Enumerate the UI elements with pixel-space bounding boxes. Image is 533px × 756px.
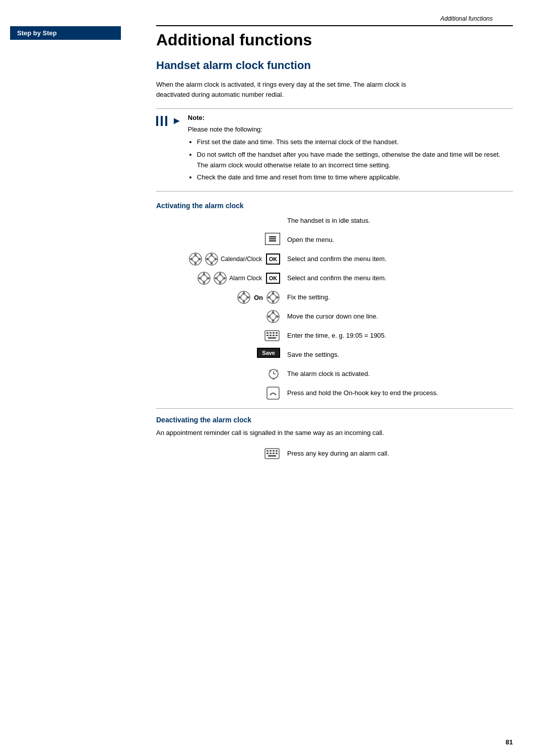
step-keyboard: Enter the time, e. g. 19:05 = 1905.: [156, 329, 513, 344]
step-idle-text: The handset is in idle status.: [287, 214, 513, 226]
page-title: Additional functions: [156, 31, 513, 49]
menu-lines-icon: [268, 235, 277, 242]
sidebar-header: Step by Step: [10, 26, 121, 40]
header-title: Additional functions: [440, 15, 493, 22]
svg-rect-51: [270, 335, 272, 336]
step-save-icons: Save: [156, 348, 287, 358]
intro-text: When the alarm clock is activated, it ri…: [156, 80, 438, 101]
left-column: Step by Step: [0, 0, 146, 756]
note-icon: ►: [156, 116, 182, 127]
section-divider: [156, 408, 513, 409]
onhook-icon: [266, 386, 280, 400]
step-alarm-activated: The alarm clock is activated.: [156, 367, 513, 382]
svg-rect-50: [266, 335, 269, 336]
svg-rect-72: [268, 455, 276, 457]
step-alarm-icons: Alarm Clock OK: [156, 271, 287, 285]
svg-point-22: [217, 275, 223, 281]
step-on-text: Fix the setting.: [287, 290, 513, 303]
svg-rect-69: [270, 453, 272, 454]
deactivating-intro: An appointment reminder call is signalle…: [156, 428, 438, 438]
svg-rect-65: [270, 450, 272, 452]
step-cursor-text: Move the cursor down one line.: [287, 309, 513, 322]
svg-point-28: [241, 294, 247, 300]
note-content: Note: Please note the following: First s…: [188, 114, 513, 185]
note-box: ► Note: Please note the following: First…: [156, 108, 513, 192]
step-on: On Fix the setting.: [156, 290, 513, 305]
step-open-menu: Open the menu.: [156, 233, 513, 248]
nav-wheel-3: [197, 271, 211, 285]
step-on-icons: On: [156, 290, 287, 304]
alarm-clock-label: Alarm Clock: [229, 275, 262, 282]
main-content: Additional functions Additional function…: [146, 0, 533, 756]
note-body: Please note the following: First set the…: [188, 124, 513, 183]
svg-point-16: [201, 275, 207, 281]
on-label: On: [254, 294, 263, 301]
section-title: Handset alarm clock function: [156, 59, 513, 72]
note-item-2: Do not switch off the handset after you …: [197, 150, 513, 171]
svg-rect-68: [266, 453, 269, 454]
nav-wheel-on2: [266, 290, 280, 304]
keyboard-icon-2: [264, 447, 280, 461]
step-keyboard-icons: [156, 329, 287, 343]
activating-title: Activating the alarm clock: [156, 202, 513, 210]
step-alarm-act-text: The alarm clock is activated.: [287, 367, 513, 380]
step-calendar-icons: Calendar/Clock OK: [156, 252, 287, 266]
step-menu-text: Open the menu.: [287, 233, 513, 245]
step-alarm-clock: Alarm Clock OK Select and confirm the me…: [156, 271, 513, 286]
step-alarm-text: Select and confirm the menu item.: [287, 271, 513, 284]
svg-rect-67: [276, 450, 278, 452]
nav-wheel-on: [237, 290, 251, 304]
svg-rect-70: [273, 453, 275, 454]
step-onhook: Press and hold the On-hook key to end th…: [156, 386, 513, 401]
nav-wheel-2: [205, 252, 219, 266]
keyboard-icon: [264, 329, 280, 343]
menu-icon: [265, 233, 280, 245]
step-save: Save Save the settings.: [156, 348, 513, 363]
svg-rect-48: [273, 332, 275, 334]
svg-point-34: [270, 294, 276, 300]
svg-point-4: [192, 256, 198, 262]
svg-rect-47: [270, 332, 272, 334]
step-menu-icons: [156, 233, 287, 245]
step-press-text: Press any key during an alarm call.: [287, 447, 513, 459]
svg-rect-66: [273, 450, 275, 452]
note-item-3: Check the date and time and reset from t…: [197, 172, 513, 183]
nav-wheel-4: [213, 271, 227, 285]
nav-wheel-down: [266, 309, 280, 324]
step-cursor-down: Move the cursor down one line.: [156, 309, 513, 325]
note-title: Note:: [188, 114, 513, 121]
step-onhook-text: Press and hold the On-hook key to end th…: [287, 386, 513, 399]
save-button[interactable]: Save: [257, 348, 280, 358]
deactivating-section: Deactivating the alarm clock An appointm…: [156, 416, 513, 462]
step-press-icons: [156, 447, 287, 461]
svg-point-40: [270, 313, 276, 320]
svg-point-10: [209, 256, 215, 262]
svg-rect-52: [273, 335, 275, 336]
step-idle: The handset is in idle status.: [156, 214, 513, 229]
alarm-clock-icon: [267, 367, 280, 380]
deactivating-title: Deactivating the alarm clock: [156, 416, 513, 424]
step-calendar-text: Select and confirm the menu item.: [287, 252, 513, 265]
page-header: Additional functions: [156, 10, 513, 26]
activating-section: Activating the alarm clock The handset i…: [156, 202, 513, 401]
note-item-1: First set the date and time. This sets t…: [197, 137, 513, 148]
svg-rect-53: [276, 335, 278, 336]
nav-wheel-1: [188, 252, 203, 266]
step-save-text: Save the settings.: [287, 348, 513, 360]
svg-rect-64: [266, 450, 269, 452]
page-number: 81: [506, 738, 513, 746]
step-alarm-act-icons: [156, 367, 287, 380]
step-press-key: Press any key during an alarm call.: [156, 447, 513, 462]
ok-button-calendar[interactable]: OK: [266, 254, 280, 265]
step-calendar: Calendar/Clock OK Select and confirm the…: [156, 252, 513, 267]
calendar-label: Calendar/Clock: [221, 256, 262, 263]
svg-rect-71: [276, 453, 278, 454]
ok-button-alarm[interactable]: OK: [266, 273, 280, 284]
step-down-icons: [156, 309, 287, 324]
svg-rect-49: [276, 332, 278, 334]
svg-rect-54: [268, 337, 276, 339]
svg-rect-46: [266, 332, 269, 334]
step-keyboard-text: Enter the time, e. g. 19:05 = 1905.: [287, 329, 513, 341]
step-onhook-icons: [156, 386, 287, 400]
